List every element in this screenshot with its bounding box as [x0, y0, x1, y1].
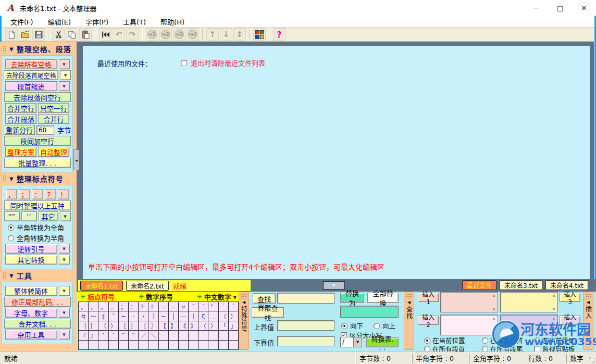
symbol-cell[interactable]: ´ — [229, 302, 238, 311]
replace-table-button[interactable]: 替换表. . . — [366, 337, 399, 347]
scroll-up-icon[interactable]: ▲ — [551, 293, 557, 297]
section-header-spaces[interactable]: ▼ 整理空格、段落 — [2, 44, 73, 54]
symbol-cell[interactable] — [109, 341, 118, 349]
symbol-cell[interactable]: ‥ — [169, 302, 178, 311]
symbol-cell[interactable]: ’ — [109, 331, 118, 340]
symbol-cell[interactable] — [119, 341, 128, 349]
toolbar-open-editor-2[interactable]: →2 — [159, 28, 172, 41]
symbol-cell[interactable] — [189, 341, 198, 349]
symbol-cell[interactable] — [79, 341, 88, 349]
symbol-cell[interactable] — [219, 331, 228, 340]
insert-1-textarea[interactable]: ▲ ▼ — [440, 292, 498, 312]
symbol-cell[interactable] — [159, 331, 168, 340]
symbol-cell[interactable]: ‵ — [198, 302, 208, 311]
symbol-cell[interactable]: 《 — [179, 321, 188, 330]
symbol-cell[interactable]: ˇ — [109, 311, 118, 320]
symbol-cell[interactable] — [229, 331, 238, 340]
symbol-cell[interactable]: ～ — [89, 311, 98, 320]
menu-item-3[interactable]: 字体(P) — [80, 16, 114, 28]
remove-all-spaces-button[interactable]: 去除所有空格 — [5, 59, 57, 69]
symbol-cell[interactable]: ？ — [139, 302, 148, 311]
symbol-cell[interactable]: ／ — [139, 331, 148, 340]
letters-numbers-dropdown[interactable] — [59, 308, 70, 318]
symbol-cell[interactable] — [189, 331, 198, 340]
symbol-cell[interactable]: 〉 — [208, 321, 218, 330]
remove-para-spaces-button[interactable]: 去除段落首尾空格 — [4, 70, 58, 80]
replace-input[interactable] — [340, 306, 399, 318]
symbol-cell[interactable]: ： — [129, 302, 138, 311]
merge-documents-button[interactable]: 合并文档. . . — [4, 319, 71, 329]
double-quote-button[interactable]: “” — [4, 211, 20, 221]
symbol-cell[interactable] — [198, 331, 208, 340]
toolbar-move-up[interactable]: ↑ — [206, 28, 219, 41]
toolbar-move-down[interactable]: ↓ — [220, 28, 232, 41]
toolbar-save[interactable] — [32, 28, 45, 41]
editor-tab-right-1[interactable]: 最近文件 — [462, 280, 496, 290]
section-header-punctuation[interactable]: ▼ 整理标点符号 — [2, 173, 73, 184]
fix-garbled-button[interactable]: 修正局部乱码. . . — [4, 297, 71, 307]
insert-strip[interactable]: ◀ 插入 — [583, 292, 593, 350]
maximize-button[interactable]: □ — [548, 0, 572, 16]
symbol-cell[interactable]: ｜ — [148, 311, 158, 320]
scroll-down-icon[interactable]: ▼ — [551, 307, 557, 311]
toolbar-open-folder[interactable] — [19, 28, 31, 41]
radio-direction-down[interactable] — [341, 323, 347, 329]
symbol-cell[interactable]: ； — [119, 302, 128, 311]
symbol-cell[interactable]: ∣ — [189, 311, 198, 320]
toolbar-new-document[interactable] — [5, 28, 18, 41]
insert-3-button[interactable]: 插入3 — [560, 293, 580, 302]
symbol-cell[interactable]: │ — [169, 311, 178, 320]
symbol-cell[interactable]: ｝ — [89, 321, 98, 330]
toolbar-go-first[interactable] — [99, 28, 111, 41]
insert-1-button[interactable]: 插入1 — [418, 293, 439, 302]
symbol-cell[interactable]: 〞 — [208, 302, 218, 311]
radio-half-to-full[interactable] — [8, 224, 14, 231]
toolbar-redo[interactable]: ↷ — [126, 28, 139, 41]
toolbar-move-up-down[interactable]: ↕ — [233, 28, 246, 41]
symbol-cell[interactable]: （ — [219, 311, 228, 320]
insert-2-textarea[interactable]: ▲ ▼ — [440, 315, 498, 335]
toolbar-paste[interactable] — [79, 28, 92, 41]
resize-grip[interactable] — [589, 357, 595, 364]
single-quote-button[interactable]: ‘’ — [21, 211, 37, 221]
symbol-category-3[interactable]: ✳中文数字▼ — [197, 292, 237, 302]
toolbar-undo[interactable]: ↶ — [113, 28, 125, 41]
symbol-cell[interactable]: 々 — [79, 311, 88, 320]
reverse-quotes-button[interactable]: 逆转引号 — [5, 244, 57, 254]
symbol-cell[interactable]: ” — [129, 331, 138, 340]
separator-dropdown[interactable]: / ▼ — [340, 337, 362, 347]
toolbar-color-blocks[interactable] — [253, 28, 266, 41]
menu-item-4[interactable]: 工具(T) — [118, 16, 151, 28]
symbol-cell[interactable] — [148, 341, 158, 349]
toolbar-cut[interactable] — [52, 28, 65, 41]
symbol-cell[interactable]: 、 — [89, 302, 98, 311]
symbol-cell[interactable]: 「 — [219, 321, 228, 330]
find-input[interactable] — [277, 293, 334, 304]
toolbar-open-editor-1[interactable]: →1 — [146, 28, 158, 41]
indent-dropdown[interactable] — [59, 81, 70, 91]
vertical-splitter-handle[interactable]: ◀ — [73, 149, 79, 170]
scroll-up-icon[interactable]: ▲ — [491, 293, 497, 297]
indent-button[interactable]: 段首缩进 — [5, 81, 57, 91]
symbol-cell[interactable]: ！ — [148, 302, 158, 311]
symbol-cell[interactable]: （ — [98, 321, 108, 330]
other-punct-dropdown[interactable] — [60, 211, 71, 221]
auto-tidy-button[interactable]: 自动整理 — [38, 147, 69, 157]
merge-paragraphs-button[interactable]: 合并段落 — [5, 114, 36, 124]
merge-blank-lines-button[interactable]: 合并空行 — [5, 103, 36, 113]
symbol-cell[interactable] — [169, 341, 178, 349]
letters-numbers-button[interactable]: 字母、数字 — [5, 308, 57, 318]
find-button[interactable]: 查找 — [253, 293, 276, 304]
remove-para-spaces-dropdown[interactable] — [60, 70, 71, 80]
symbol-cell[interactable]: 【 — [159, 321, 168, 330]
batch-tidy-button[interactable]: 批量整理. . . — [4, 158, 71, 168]
punct-button-1[interactable]: ， — [6, 189, 17, 199]
remove-all-spaces-dropdown[interactable] — [59, 59, 70, 69]
scroll-up-icon[interactable]: ▲ — [551, 316, 557, 320]
symbol-cell[interactable]: ） — [229, 311, 238, 320]
symbol-cell[interactable]: 『 — [79, 331, 88, 340]
symbol-cell[interactable]: ─ — [119, 311, 128, 320]
keep-one-blank-button[interactable]: 只空一行 — [38, 103, 69, 113]
symbol-cell[interactable]: 】 — [169, 321, 178, 330]
add-blank-between-button[interactable]: 段间加空行 — [4, 136, 71, 146]
